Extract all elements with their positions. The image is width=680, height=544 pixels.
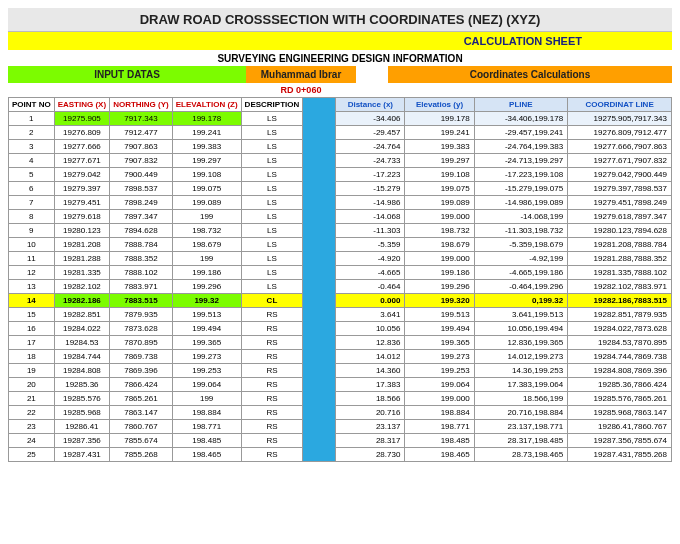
table-row: 419277.6717907.832199.297LS (9, 154, 303, 168)
cell: 15 (9, 308, 55, 322)
cell: LS (241, 210, 303, 224)
table-row: 10.056199.49410.056,199.49419284.022,787… (336, 322, 672, 336)
gap (356, 66, 388, 83)
cell: 19281.335 (54, 266, 109, 280)
cell: 19284.744,7869.738 (568, 350, 672, 364)
table-row: -24.733199.297-24.713,199.29719277.671,7… (336, 154, 672, 168)
cell: 19277.666,7907.863 (568, 140, 672, 154)
table-row: 1619284.0227873.628199.494RS (9, 322, 303, 336)
cell: 199.000 (405, 252, 474, 266)
table-row: 1919284.8087869.396199.253RS (9, 364, 303, 378)
cell: -24.733 (336, 154, 405, 168)
cell: 19281.208 (54, 238, 109, 252)
cell: 2 (9, 126, 55, 140)
table-row: 28.317198.48528.317,198.48519287.356,785… (336, 434, 672, 448)
th-description: DESCRIPTION (241, 98, 303, 112)
th-elevation: ELEVALTION (Z) (172, 98, 241, 112)
cell: 7870.895 (110, 336, 173, 350)
cell: RS (241, 336, 303, 350)
table-row: -34.406199.178-34.406,199.17819275.905,7… (336, 112, 672, 126)
cell: 19287.356 (54, 434, 109, 448)
cell: 5 (9, 168, 55, 182)
cell: 19285.968 (54, 406, 109, 420)
cell: 28.73,198.465 (474, 448, 568, 462)
cell: 19282.851 (54, 308, 109, 322)
cell: -34.406,199.178 (474, 112, 568, 126)
cell: -14.068 (336, 210, 405, 224)
cell: 199.089 (405, 196, 474, 210)
table-row: 1719284.537870.895199.365RS (9, 336, 303, 350)
cell: 19286.41,7860.767 (568, 420, 672, 434)
table-row: -29.457199.241-29.457,199.24119276.809,7… (336, 126, 672, 140)
cell: 9 (9, 224, 55, 238)
cell: 199.186 (172, 266, 241, 280)
cell: 199.383 (405, 140, 474, 154)
cell: 19287.431 (54, 448, 109, 462)
table-row: 1019281.2087888.784198.679LS (9, 238, 303, 252)
cell: 7898.537 (110, 182, 173, 196)
cell: 199.075 (405, 182, 474, 196)
cell: 19285.576 (54, 392, 109, 406)
cell: 199.241 (172, 126, 241, 140)
table-row: -11.303198.732-11.303,198.73219280.123,7… (336, 224, 672, 238)
mid-strip (303, 97, 335, 462)
cell: 19 (9, 364, 55, 378)
cell: RS (241, 406, 303, 420)
cell: 19281.208,7888.784 (568, 238, 672, 252)
cell: 199 (172, 210, 241, 224)
cell: 199.064 (172, 378, 241, 392)
cell: 7883.515 (110, 294, 173, 308)
cell: 10.056,199.494 (474, 322, 568, 336)
cell: -4.665 (336, 266, 405, 280)
table-row: 1119281.2887888.352199LS (9, 252, 303, 266)
cell: 199.297 (405, 154, 474, 168)
cell: 19284.808 (54, 364, 109, 378)
cell: 14.012 (336, 350, 405, 364)
cell: 7873.628 (110, 322, 173, 336)
cell: 18 (9, 350, 55, 364)
cell: 19286.41 (54, 420, 109, 434)
cell: 7865.261 (110, 392, 173, 406)
cell: 19284.53 (54, 336, 109, 350)
cell: 3.641,199.513 (474, 308, 568, 322)
cell: -34.406 (336, 112, 405, 126)
cell: 16 (9, 322, 55, 336)
cell: 199.365 (172, 336, 241, 350)
cell: 198.771 (405, 420, 474, 434)
table-row: 12.836199.36512.836,199.36519284.53,7870… (336, 336, 672, 350)
cell: 8 (9, 210, 55, 224)
table-row: 14.360199.25314.36,199.25319284.808,7869… (336, 364, 672, 378)
cell: -11.303 (336, 224, 405, 238)
calc-table: Distance (x) Elevatios (y) PLINE COORDIN… (335, 97, 672, 462)
cell: 19284.53,7870.895 (568, 336, 672, 350)
coord-calc-header: Coordinates Calculations (388, 66, 672, 83)
cell: 19281.288,7888.352 (568, 252, 672, 266)
table-row: 519279.0427900.449199.108LS (9, 168, 303, 182)
cell: -14.068,199 (474, 210, 568, 224)
table-row: -17.223199.108-17.223,199.10819279.042,7… (336, 168, 672, 182)
table-row: 23.137198.77123.137,198.77119286.41,7860… (336, 420, 672, 434)
table-row: 2519287.4317855.268198.465RS (9, 448, 303, 462)
cell: 19285.968,7863.147 (568, 406, 672, 420)
cell: 199.186 (405, 266, 474, 280)
cell: -24.764,199.383 (474, 140, 568, 154)
cell: 19279.618 (54, 210, 109, 224)
cell: 14 (9, 294, 55, 308)
table-row: 1819284.7447869.738199.273RS (9, 350, 303, 364)
cell: 7855.268 (110, 448, 173, 462)
cell: -14.986 (336, 196, 405, 210)
cell: 198.485 (172, 434, 241, 448)
cell: 198.771 (172, 420, 241, 434)
table-row: -5.359198.679-5.359,198.67919281.208,788… (336, 238, 672, 252)
cell: 19279.451 (54, 196, 109, 210)
cell: 19276.809 (54, 126, 109, 140)
cell: -5.359,198.679 (474, 238, 568, 252)
cell: LS (241, 280, 303, 294)
cell: -17.223,199.108 (474, 168, 568, 182)
table-row: -14.986199.089-14.986,199.08919279.451,7… (336, 196, 672, 210)
cell: -4.665,199.186 (474, 266, 568, 280)
cell: 199.273 (172, 350, 241, 364)
cell: 199.000 (405, 392, 474, 406)
cell: 7883.971 (110, 280, 173, 294)
cell: 199.178 (405, 112, 474, 126)
